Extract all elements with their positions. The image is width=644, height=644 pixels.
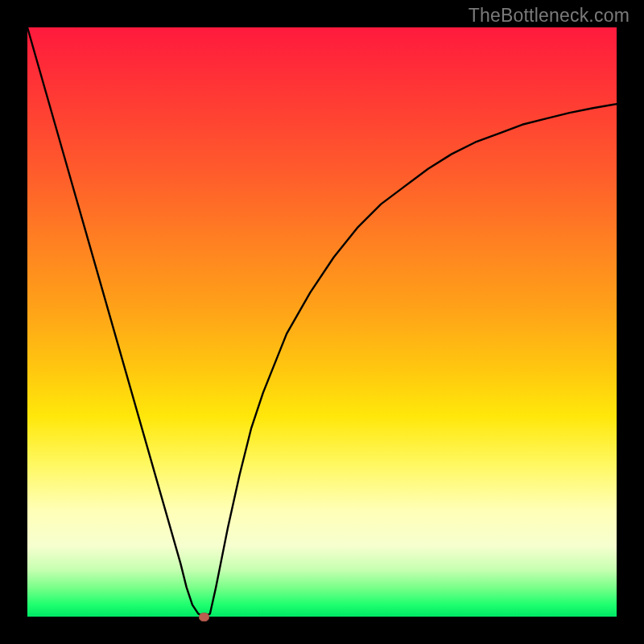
- optimal-point-marker: [199, 613, 209, 621]
- chart-frame: TheBottleneck.com: [0, 0, 644, 644]
- watermark-text: TheBottleneck.com: [469, 5, 630, 27]
- plot-area: [27, 27, 617, 617]
- bottleneck-curve: [27, 27, 617, 617]
